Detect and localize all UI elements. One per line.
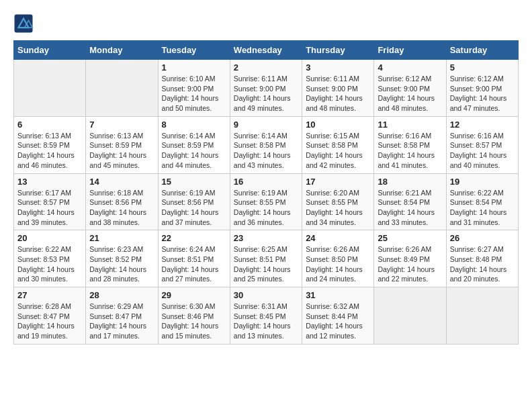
day-number: 6 [17, 120, 82, 130]
day-info: Sunrise: 6:14 AM Sunset: 8:59 PM Dayligh… [162, 131, 226, 171]
calendar-cell: 28Sunrise: 6:29 AM Sunset: 8:47 PM Dayli… [86, 287, 158, 345]
day-number: 14 [89, 177, 154, 187]
calendar-cell: 22Sunrise: 6:24 AM Sunset: 8:51 PM Dayli… [158, 230, 230, 287]
day-info: Sunrise: 6:30 AM Sunset: 8:46 PM Dayligh… [162, 302, 226, 341]
day-number: 3 [306, 62, 370, 73]
calendar-cell: 16Sunrise: 6:19 AM Sunset: 8:55 PM Dayli… [230, 173, 302, 230]
column-header-wednesday: Wednesday [230, 41, 302, 60]
calendar-cell: 5Sunrise: 6:12 AM Sunset: 9:00 PM Daylig… [446, 60, 518, 117]
calendar-cell: 29Sunrise: 6:30 AM Sunset: 8:46 PM Dayli… [158, 287, 230, 345]
day-number: 31 [306, 290, 370, 300]
calendar-cell: 15Sunrise: 6:19 AM Sunset: 8:56 PM Dayli… [158, 173, 230, 230]
page-header [13, 13, 519, 34]
calendar-cell: 26Sunrise: 6:27 AM Sunset: 8:48 PM Dayli… [446, 230, 518, 287]
calendar-cell: 6Sunrise: 6:13 AM Sunset: 8:59 PM Daylig… [14, 116, 86, 173]
day-info: Sunrise: 6:31 AM Sunset: 8:45 PM Dayligh… [234, 302, 298, 341]
calendar-cell: 17Sunrise: 6:20 AM Sunset: 8:55 PM Dayli… [302, 173, 374, 230]
column-header-tuesday: Tuesday [158, 41, 230, 60]
calendar-cell: 1Sunrise: 6:10 AM Sunset: 9:00 PM Daylig… [158, 60, 230, 117]
day-info: Sunrise: 6:17 AM Sunset: 8:57 PM Dayligh… [17, 188, 82, 228]
calendar-cell: 18Sunrise: 6:21 AM Sunset: 8:54 PM Dayli… [374, 173, 446, 230]
day-number: 7 [89, 120, 154, 130]
calendar-cell: 11Sunrise: 6:16 AM Sunset: 8:58 PM Dayli… [374, 116, 446, 173]
column-header-thursday: Thursday [302, 41, 374, 60]
day-number: 9 [234, 120, 298, 130]
calendar-cell: 14Sunrise: 6:18 AM Sunset: 8:56 PM Dayli… [86, 173, 158, 230]
day-number: 15 [162, 177, 226, 187]
calendar-cell [86, 60, 158, 117]
day-number: 30 [234, 290, 298, 300]
day-number: 13 [17, 177, 82, 187]
day-info: Sunrise: 6:19 AM Sunset: 8:55 PM Dayligh… [234, 188, 298, 228]
day-number: 8 [162, 120, 226, 130]
day-info: Sunrise: 6:13 AM Sunset: 8:59 PM Dayligh… [17, 131, 82, 171]
day-number: 23 [234, 233, 298, 243]
day-info: Sunrise: 6:23 AM Sunset: 8:52 PM Dayligh… [89, 244, 154, 284]
calendar-cell: 3Sunrise: 6:11 AM Sunset: 9:00 PM Daylig… [302, 60, 374, 117]
day-info: Sunrise: 6:32 AM Sunset: 8:44 PM Dayligh… [306, 302, 370, 341]
calendar-cell [374, 287, 446, 345]
calendar-cell: 27Sunrise: 6:28 AM Sunset: 8:47 PM Dayli… [14, 287, 86, 345]
logo-icon [13, 13, 34, 34]
day-info: Sunrise: 6:16 AM Sunset: 8:57 PM Dayligh… [450, 131, 515, 171]
day-info: Sunrise: 6:27 AM Sunset: 8:48 PM Dayligh… [450, 244, 515, 284]
calendar-cell: 13Sunrise: 6:17 AM Sunset: 8:57 PM Dayli… [14, 173, 86, 230]
day-info: Sunrise: 6:18 AM Sunset: 8:56 PM Dayligh… [89, 188, 154, 228]
week-row-2: 6Sunrise: 6:13 AM Sunset: 8:59 PM Daylig… [14, 116, 519, 173]
day-number: 11 [378, 120, 442, 130]
calendar-cell: 9Sunrise: 6:14 AM Sunset: 8:58 PM Daylig… [230, 116, 302, 173]
day-number: 26 [450, 233, 515, 243]
calendar-cell: 25Sunrise: 6:26 AM Sunset: 8:49 PM Dayli… [374, 230, 446, 287]
calendar-cell: 7Sunrise: 6:13 AM Sunset: 8:59 PM Daylig… [86, 116, 158, 173]
week-row-4: 20Sunrise: 6:22 AM Sunset: 8:53 PM Dayli… [14, 230, 519, 287]
calendar-cell [14, 60, 86, 117]
day-info: Sunrise: 6:21 AM Sunset: 8:54 PM Dayligh… [378, 188, 442, 228]
column-header-monday: Monday [86, 41, 158, 60]
calendar-cell: 8Sunrise: 6:14 AM Sunset: 8:59 PM Daylig… [158, 116, 230, 173]
day-info: Sunrise: 6:16 AM Sunset: 8:58 PM Dayligh… [378, 131, 442, 171]
calendar-cell: 31Sunrise: 6:32 AM Sunset: 8:44 PM Dayli… [302, 287, 374, 345]
day-info: Sunrise: 6:12 AM Sunset: 9:00 PM Dayligh… [450, 74, 515, 113]
day-number: 1 [162, 62, 226, 73]
day-number: 21 [89, 233, 154, 243]
calendar-header-row: SundayMondayTuesdayWednesdayThursdayFrid… [14, 41, 519, 60]
calendar-cell: 19Sunrise: 6:22 AM Sunset: 8:54 PM Dayli… [446, 173, 518, 230]
calendar-cell: 20Sunrise: 6:22 AM Sunset: 8:53 PM Dayli… [14, 230, 86, 287]
calendar-cell: 2Sunrise: 6:11 AM Sunset: 9:00 PM Daylig… [230, 60, 302, 117]
day-number: 10 [306, 120, 370, 130]
calendar-cell: 24Sunrise: 6:26 AM Sunset: 8:50 PM Dayli… [302, 230, 374, 287]
day-info: Sunrise: 6:19 AM Sunset: 8:56 PM Dayligh… [162, 188, 226, 228]
column-header-friday: Friday [374, 41, 446, 60]
day-number: 16 [234, 177, 298, 187]
column-header-sunday: Sunday [14, 41, 86, 60]
day-info: Sunrise: 6:26 AM Sunset: 8:49 PM Dayligh… [378, 244, 442, 284]
day-number: 24 [306, 233, 370, 243]
day-number: 19 [450, 177, 515, 187]
day-info: Sunrise: 6:11 AM Sunset: 9:00 PM Dayligh… [306, 74, 370, 113]
day-number: 25 [378, 233, 442, 243]
day-info: Sunrise: 6:10 AM Sunset: 9:00 PM Dayligh… [162, 74, 226, 113]
calendar-cell [446, 287, 518, 345]
calendar-cell: 4Sunrise: 6:12 AM Sunset: 9:00 PM Daylig… [374, 60, 446, 117]
calendar-cell: 30Sunrise: 6:31 AM Sunset: 8:45 PM Dayli… [230, 287, 302, 345]
day-info: Sunrise: 6:28 AM Sunset: 8:47 PM Dayligh… [17, 302, 82, 341]
week-row-1: 1Sunrise: 6:10 AM Sunset: 9:00 PM Daylig… [14, 60, 519, 117]
calendar-cell: 12Sunrise: 6:16 AM Sunset: 8:57 PM Dayli… [446, 116, 518, 173]
day-info: Sunrise: 6:14 AM Sunset: 8:58 PM Dayligh… [234, 131, 298, 171]
logo [13, 13, 36, 34]
day-number: 29 [162, 290, 226, 300]
day-info: Sunrise: 6:11 AM Sunset: 9:00 PM Dayligh… [234, 74, 298, 113]
day-number: 12 [450, 120, 515, 130]
day-number: 27 [17, 290, 82, 300]
day-number: 18 [378, 177, 442, 187]
day-info: Sunrise: 6:13 AM Sunset: 8:59 PM Dayligh… [89, 131, 154, 171]
day-info: Sunrise: 6:26 AM Sunset: 8:50 PM Dayligh… [306, 244, 370, 284]
day-info: Sunrise: 6:12 AM Sunset: 9:00 PM Dayligh… [378, 74, 442, 113]
calendar-cell: 21Sunrise: 6:23 AM Sunset: 8:52 PM Dayli… [86, 230, 158, 287]
day-info: Sunrise: 6:20 AM Sunset: 8:55 PM Dayligh… [306, 188, 370, 228]
day-info: Sunrise: 6:22 AM Sunset: 8:53 PM Dayligh… [17, 244, 82, 284]
calendar-cell: 10Sunrise: 6:15 AM Sunset: 8:58 PM Dayli… [302, 116, 374, 173]
day-info: Sunrise: 6:25 AM Sunset: 8:51 PM Dayligh… [234, 244, 298, 284]
day-number: 2 [234, 62, 298, 73]
day-number: 20 [17, 233, 82, 243]
